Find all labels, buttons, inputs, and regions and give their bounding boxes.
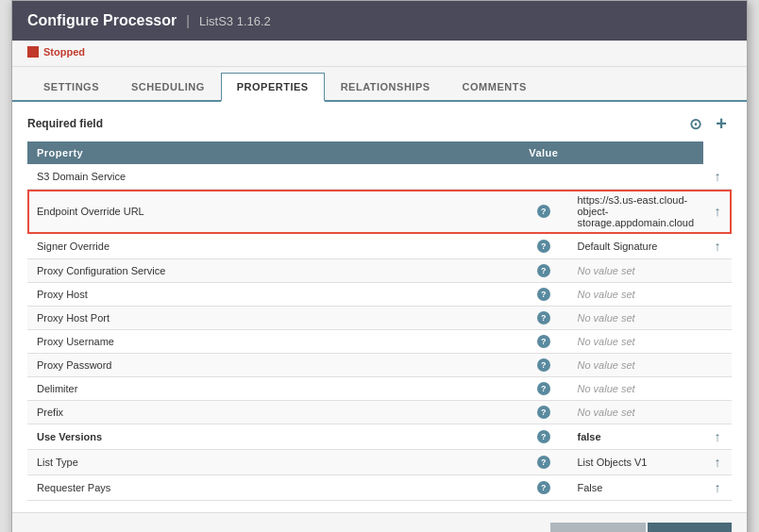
edit-property-icon[interactable]: ↑ xyxy=(715,239,721,254)
tab-settings[interactable]: SETTINGS xyxy=(27,73,115,100)
property-name-text: Proxy Host Port xyxy=(37,312,110,324)
property-value-cell[interactable]: List Objects V1 xyxy=(567,450,703,475)
table-row[interactable]: Proxy Username?No value set xyxy=(27,330,732,354)
property-value-cell[interactable]: Default Signature xyxy=(567,234,703,259)
question-icon[interactable]: ? xyxy=(537,264,550,277)
table-row[interactable]: Proxy Host?No value set xyxy=(27,283,732,307)
property-value-cell[interactable]: https://s3.us-east.cloud-object-storage.… xyxy=(567,190,703,234)
question-icon[interactable]: ? xyxy=(537,382,550,395)
dialog-separator: | xyxy=(186,13,190,28)
property-value-text: No value set xyxy=(577,336,634,347)
table-row[interactable]: Use Versions?false↑ xyxy=(27,424,732,450)
add-property-icon[interactable]: + xyxy=(711,113,732,134)
question-icon[interactable]: ? xyxy=(537,288,550,301)
cancel-button[interactable]: CANCEL xyxy=(550,523,646,532)
table-row[interactable]: Delimiter?No value set xyxy=(27,377,732,401)
property-value-cell[interactable]: No value set xyxy=(567,330,703,354)
property-name-text: List Type xyxy=(37,457,78,468)
question-icon[interactable]: ? xyxy=(537,358,550,372)
question-icon[interactable]: ? xyxy=(537,311,550,324)
property-value-text: https://s3.us-east.cloud-object-storage.… xyxy=(577,194,694,228)
property-value-cell[interactable]: No value set xyxy=(567,377,703,401)
table-row[interactable]: Proxy Password?No value set xyxy=(27,354,732,377)
question-icon-cell: ? xyxy=(519,234,567,259)
table-row[interactable]: Proxy Configuration Service?No value set xyxy=(27,259,732,283)
table-row[interactable]: Signer Override?Default Signature↑ xyxy=(27,234,732,259)
property-value-cell[interactable]: No value set xyxy=(567,307,703,330)
property-name-text: Proxy Username xyxy=(37,336,114,347)
table-row[interactable]: Prefix?No value set xyxy=(27,401,732,424)
question-icon[interactable]: ? xyxy=(537,481,550,494)
dialog-subtitle: ListS3 1.16.2 xyxy=(199,14,271,28)
property-name-cell: S3 Domain Service xyxy=(27,164,519,190)
tab-properties[interactable]: PROPERTIES xyxy=(221,73,325,102)
question-icon[interactable]: ? xyxy=(537,205,550,218)
col-value: Value xyxy=(519,141,567,164)
property-name-text: Proxy Configuration Service xyxy=(37,265,165,276)
property-value-cell[interactable]: No value set xyxy=(567,354,703,377)
property-name-cell: Use Versions xyxy=(27,424,519,450)
property-value-cell[interactable]: False xyxy=(567,475,703,501)
property-value-cell[interactable]: false xyxy=(567,424,703,450)
question-icon[interactable]: ? xyxy=(537,335,550,348)
property-value-cell[interactable]: No value set xyxy=(567,283,703,307)
question-icon-cell: ? xyxy=(519,307,567,330)
action-cell: ↑ xyxy=(703,234,732,259)
property-value-text: No value set xyxy=(577,383,634,394)
question-icon-cell: ? xyxy=(519,401,567,424)
property-name-text: Proxy Password xyxy=(37,359,111,371)
table-row[interactable]: S3 Domain Service↑ xyxy=(27,164,732,190)
table-header-row: Property Value xyxy=(27,141,732,164)
table-row[interactable]: List Type?List Objects V1↑ xyxy=(27,450,732,475)
status-badge: Stopped xyxy=(27,46,85,58)
table-row[interactable]: Proxy Host Port?No value set xyxy=(27,307,732,330)
question-icon-cell: ? xyxy=(519,354,567,377)
table-row[interactable]: Requester Pays?False↑ xyxy=(27,475,732,501)
edit-property-icon[interactable]: ↑ xyxy=(715,455,721,470)
tab-scheduling[interactable]: SCHEDULING xyxy=(115,73,221,100)
property-value-text: false xyxy=(577,431,600,442)
property-name-cell: Signer Override xyxy=(27,234,519,259)
dialog-title: Configure Processor xyxy=(27,12,177,29)
required-field-label: Required field xyxy=(27,117,103,130)
property-value-text: Default Signature xyxy=(577,241,657,252)
edit-property-icon[interactable]: ↑ xyxy=(715,204,721,219)
property-name-cell: Proxy Configuration Service xyxy=(27,259,519,283)
question-icon-cell: ? xyxy=(519,475,567,501)
apply-button[interactable]: APPLY xyxy=(648,523,732,532)
check-circle-icon[interactable]: ⊙ xyxy=(684,113,705,134)
action-cell xyxy=(703,377,732,401)
question-icon[interactable]: ? xyxy=(537,406,550,419)
edit-property-icon[interactable]: ↑ xyxy=(715,169,721,184)
question-icon-cell: ? xyxy=(519,377,567,401)
edit-property-icon[interactable]: ↑ xyxy=(715,480,721,495)
edit-property-icon[interactable]: ↑ xyxy=(715,429,721,444)
question-icon-cell xyxy=(519,164,567,190)
property-name-cell: Requester Pays xyxy=(27,475,519,501)
property-value-text: List Objects V1 xyxy=(577,457,647,468)
dialog-footer: CANCEL APPLY xyxy=(12,512,747,532)
action-cell: ↑ xyxy=(703,475,732,501)
table-row[interactable]: Endpoint Override URL?https://s3.us-east… xyxy=(27,190,732,234)
property-value-text: No value set xyxy=(577,289,634,300)
property-name-cell: Prefix xyxy=(27,401,519,424)
property-value-cell[interactable]: No value set xyxy=(567,401,703,424)
property-name-text: Proxy Host xyxy=(37,289,88,300)
property-value-text: No value set xyxy=(577,265,634,276)
property-value-cell[interactable] xyxy=(567,164,703,190)
col-property: Property xyxy=(27,141,519,164)
action-cell: ↑ xyxy=(703,190,732,234)
required-field-row: Required field ⊙ + xyxy=(27,113,732,134)
property-name-text: S3 Domain Service xyxy=(37,171,126,182)
question-icon-cell: ? xyxy=(519,450,567,475)
question-icon[interactable]: ? xyxy=(537,240,550,253)
question-icon[interactable]: ? xyxy=(537,430,550,443)
action-cell xyxy=(703,307,732,330)
tab-relationships[interactable]: RELATIONSHIPS xyxy=(325,73,447,100)
tab-comments[interactable]: COMMENTS xyxy=(447,73,543,100)
property-name-text: Requester Pays xyxy=(37,482,110,493)
question-icon[interactable]: ? xyxy=(537,456,550,469)
property-value-text: No value set xyxy=(577,359,634,371)
property-value-cell[interactable]: No value set xyxy=(567,259,703,283)
properties-table: Property Value S3 Domain Service↑Endpoin… xyxy=(27,141,732,501)
